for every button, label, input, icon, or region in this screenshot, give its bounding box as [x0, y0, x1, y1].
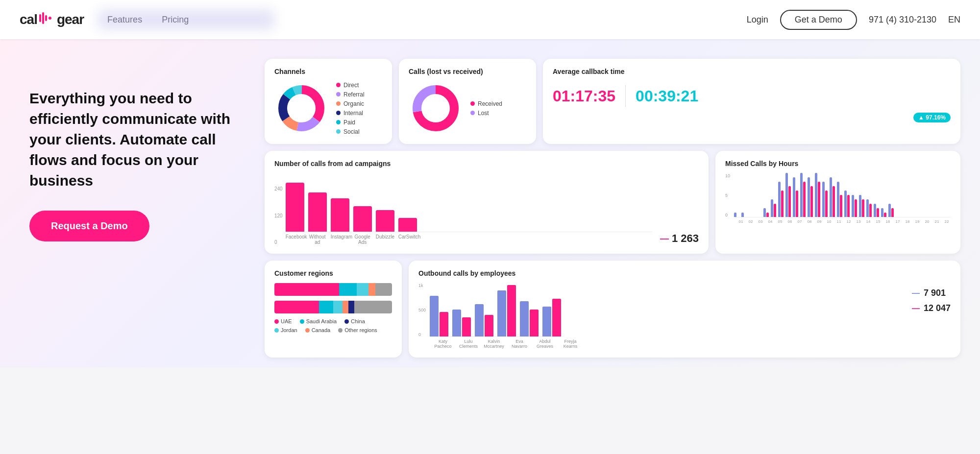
bar-chart-area: Facebook Without ad Instagram Google Ads…	[286, 173, 652, 245]
row-2: Number of calls from ad campaigns 240 12…	[265, 151, 960, 254]
language-selector[interactable]: EN	[948, 15, 960, 25]
total-dash: —	[660, 234, 669, 244]
missed-calls-chart-wrap: 10 5 0	[725, 173, 951, 224]
channels-widget: Channels	[265, 59, 392, 144]
svg-rect-0	[39, 14, 41, 22]
bar-dubizzle	[376, 210, 394, 232]
bar-carswitch	[398, 218, 417, 232]
logo-text-left: cal	[20, 12, 37, 27]
bar-chart	[286, 173, 652, 232]
svg-rect-1	[42, 12, 44, 24]
outbound-widget: Outbound calls by employees 1k 500 0	[409, 261, 960, 358]
calls-donut	[409, 81, 463, 135]
nav-features[interactable]: Features	[107, 15, 142, 25]
missed-calls-chart	[734, 173, 951, 217]
outbound-totals: — 7 901 — 12 047	[912, 283, 951, 313]
bar-google	[353, 206, 372, 232]
stacked-bar-2	[274, 301, 392, 313]
channels-legend: Direct Referral Organic Internal Paid So…	[336, 82, 365, 135]
bar-without-ad	[308, 192, 327, 232]
hero-section: Everything you need to efficiently commu…	[0, 39, 980, 367]
nav-links: Features Pricing	[107, 15, 189, 25]
dashboard-area: Channels	[255, 59, 960, 358]
out-bar-chart	[430, 283, 561, 337]
missed-calls-widget: Missed Calls by Hours 10 5 0	[715, 151, 960, 254]
callback-title: Average callback time	[553, 68, 951, 75]
missed-calls-title: Missed Calls by Hours	[725, 160, 951, 167]
regions-legend: UAE Saudi Arabia China Jordan Canada Oth…	[274, 318, 392, 333]
login-link[interactable]: Login	[747, 15, 768, 25]
nav-pricing[interactable]: Pricing	[162, 15, 189, 25]
callback-time-2: 00:39:21	[636, 87, 698, 105]
phone-number: 971 (4) 310-2130	[869, 15, 936, 25]
out-labels: KatyPacheco LuluClements KalvinMccartney…	[418, 339, 904, 349]
bar-facebook	[286, 183, 304, 232]
callback-widget: Average callback time 01:17:35 00:39:21 …	[543, 59, 960, 144]
navbar-right: Login Get a Demo 971 (4) 310-2130 EN	[747, 10, 960, 30]
navbar-left: cal gear Features Pricing	[20, 10, 189, 29]
total-blue: — 7 901	[912, 288, 951, 298]
bar-instagram	[331, 198, 349, 232]
y-labels: 240 120 0	[274, 186, 283, 245]
channels-donut	[274, 81, 328, 135]
total-value: 1 263	[672, 232, 699, 245]
customer-regions-title: Customer regions	[274, 269, 392, 277]
row-1: Channels	[265, 59, 960, 144]
outbound-title: Outbound calls by employees	[418, 269, 951, 277]
svg-point-3	[49, 17, 51, 20]
logo[interactable]: cal gear	[20, 10, 84, 29]
total-pink: — 12 047	[912, 303, 951, 313]
calls-title: Calls (lost vs received)	[409, 68, 526, 75]
channels-body: Direct Referral Organic Internal Paid So…	[274, 81, 382, 135]
calls-body: Received Lost	[409, 81, 526, 135]
svg-rect-2	[45, 15, 47, 21]
channels-title: Channels	[274, 68, 382, 75]
callback-time-1: 01:17:35	[553, 87, 615, 105]
bar-labels: Facebook Without ad Instagram Google Ads…	[286, 234, 652, 245]
ad-campaigns-title: Number of calls from ad campaigns	[274, 160, 699, 167]
ad-campaigns-body: 240 120 0	[274, 173, 699, 245]
logo-text-right: gear	[57, 12, 84, 27]
logo-icon	[38, 10, 56, 29]
svg-point-13	[423, 96, 448, 121]
hero-left: Everything you need to efficiently commu…	[29, 59, 255, 241]
outbound-body: 1k 500 0	[418, 283, 951, 349]
svg-point-10	[289, 96, 314, 121]
outbound-chart: 1k 500 0	[418, 283, 904, 349]
calls-widget: Calls (lost vs received) Received Lost	[399, 59, 536, 144]
hour-labels: 010203 040506 070809 101112 131415 16171…	[725, 219, 951, 224]
ad-campaigns-widget: Number of calls from ad campaigns 240 12…	[265, 151, 709, 254]
calls-legend: Received Lost	[470, 100, 502, 117]
callback-badge: ▲ 97.16%	[913, 113, 951, 122]
stacked-bar-1	[274, 283, 392, 296]
customer-regions-widget: Customer regions	[265, 261, 402, 358]
row-3: Customer regions	[265, 261, 960, 358]
callback-times: 01:17:35 00:39:21	[553, 85, 951, 107]
get-demo-button[interactable]: Get a Demo	[780, 10, 857, 30]
callback-divider	[625, 85, 626, 107]
request-demo-button[interactable]: Request a Demo	[29, 211, 149, 241]
ad-total: — 1 263	[660, 232, 699, 245]
hero-title: Everything you need to efficiently commu…	[29, 88, 255, 191]
navbar: cal gear Features Pricing Login Get a De…	[0, 0, 980, 39]
callback-body: 01:17:35 00:39:21 ▲ 97.16%	[553, 81, 951, 121]
